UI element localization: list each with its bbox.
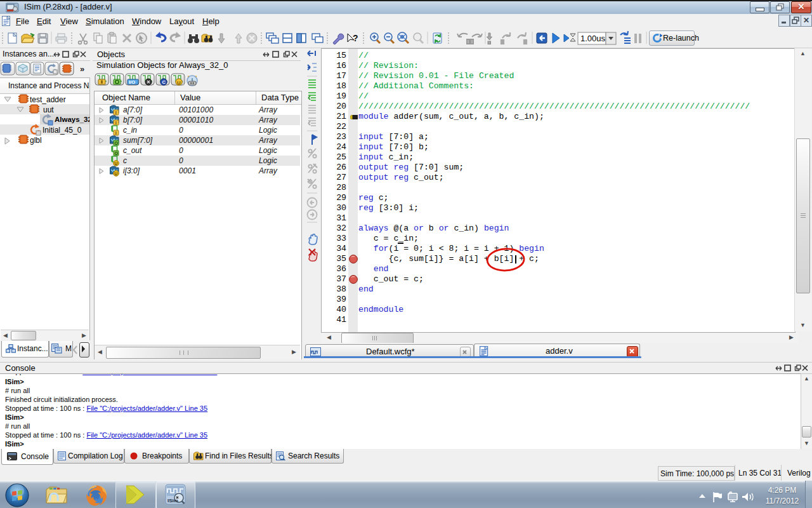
svg-text:1.00us: 1.00us [580,34,606,43]
svg-text:U: U [177,80,181,86]
svg-text:I/O: I/O [129,79,135,85]
svg-text:C: C [162,79,166,85]
svg-text:?: ? [353,33,358,43]
svg-text:»: » [80,64,84,74]
svg-text:ISim: ISim [167,498,178,504]
